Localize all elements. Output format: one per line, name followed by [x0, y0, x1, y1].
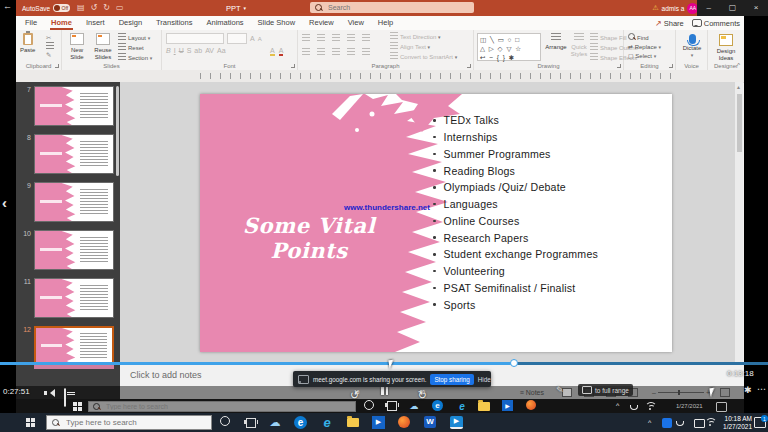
hide-button[interactable]: Hide	[478, 376, 491, 383]
slide-canvas[interactable]: Some Vital Points www.thundershare.net T…	[200, 94, 672, 352]
inner-taskbar-search[interactable]	[88, 401, 356, 412]
ribbon-tab[interactable]: File	[18, 16, 44, 30]
slide-thumbnail[interactable]	[34, 182, 114, 222]
comments-button[interactable]: Comments	[692, 19, 740, 28]
inner-cortana-icon[interactable]	[364, 400, 374, 410]
highlight-color-icon[interactable]: A	[270, 47, 275, 56]
line-spacing-icon[interactable]	[362, 34, 370, 41]
ribbon-tab[interactable]: Insert	[79, 16, 112, 30]
justify-icon[interactable]	[347, 48, 355, 55]
slide-title[interactable]: Some Vital Points	[204, 213, 414, 263]
vertical-scrollbar[interactable]: ▲	[735, 82, 743, 363]
align-left-icon[interactable]	[302, 48, 310, 55]
tray-chevron-icon[interactable]: ^	[648, 419, 651, 426]
align-right-icon[interactable]	[332, 48, 340, 55]
maximize-button[interactable]: ▢	[721, 0, 745, 16]
slide-bullet-item[interactable]: Student exchange Programmes	[433, 246, 663, 263]
player-back-icon[interactable]: ←	[3, 1, 12, 11]
copy-icon[interactable]	[46, 42, 56, 51]
slide-thumbnail[interactable]	[34, 278, 114, 318]
movies-tv-icon[interactable]: ▶	[372, 416, 385, 429]
slide-bullet-item[interactable]: Summer Programmes	[433, 146, 663, 163]
shrink-font-icon[interactable]: A	[258, 36, 262, 42]
inner-ie-icon[interactable]: e	[456, 400, 468, 412]
fit-slide-icon[interactable]	[720, 388, 730, 397]
edge-icon[interactable]: e	[294, 416, 307, 429]
display-tray-icon[interactable]	[694, 419, 705, 428]
slide-bullet-item[interactable]: Languages	[433, 196, 663, 213]
font-style-button[interactable]: I	[174, 47, 176, 54]
paste-button[interactable]: Paste	[20, 30, 35, 54]
slide-thumbnail[interactable]	[34, 134, 114, 174]
ribbon-tab[interactable]: View	[341, 16, 371, 30]
start-button[interactable]	[26, 418, 35, 427]
text-direction-button[interactable]: Text Direction ▾	[390, 32, 457, 42]
scrollbar-handle[interactable]	[737, 94, 742, 152]
inner-browser-icon[interactable]	[526, 400, 536, 410]
thumbnail-scrollbar[interactable]	[116, 86, 119, 176]
pause-button[interactable]	[381, 387, 388, 395]
slide-bullet-item[interactable]: Research Papers	[433, 229, 663, 246]
font-style-button[interactable]: AV	[205, 47, 214, 54]
stop-sharing-button[interactable]: Stop sharing	[430, 374, 473, 385]
numbering-icon[interactable]	[317, 34, 325, 41]
player-settings-icon[interactable]: ✱	[744, 385, 752, 395]
scroll-up-icon[interactable]: ▲	[736, 84, 741, 90]
autosave-pill[interactable]: Off	[53, 4, 70, 12]
ribbon-tab[interactable]: Design	[112, 16, 149, 30]
task-view-icon[interactable]	[244, 416, 258, 430]
decrease-indent-icon[interactable]	[332, 34, 340, 41]
ribbon-tab[interactable]: Home	[44, 16, 79, 30]
inner-task-view-icon[interactable]	[386, 400, 398, 412]
format-painter-icon[interactable]: ✎	[46, 51, 56, 59]
slide-bullet-item[interactable]: Reading Blogs	[433, 162, 663, 179]
inner-tray-chevron-icon[interactable]: ^	[616, 402, 619, 409]
player-playhead[interactable]	[510, 359, 518, 367]
font-style-button[interactable]: S	[187, 47, 192, 54]
ribbon-tab[interactable]: Help	[371, 16, 400, 30]
browser-ball-icon[interactable]	[398, 416, 410, 428]
ribbon-tab[interactable]: Transitions	[149, 16, 199, 30]
reuse-slides-button[interactable]: Reuse Slides	[90, 30, 116, 60]
shapes-gallery[interactable]: ◫ ╲ ▭ ○ □ △ ▷ ◇ ▽ ☆ ↩ ~ { } ✱	[477, 33, 541, 61]
slide-bullet-item[interactable]: Volunteering	[433, 263, 663, 280]
increase-indent-icon[interactable]	[347, 34, 355, 41]
search-input[interactable]	[326, 3, 450, 12]
taskbar-search-input[interactable]	[64, 417, 198, 428]
inner-start-button[interactable]	[73, 402, 82, 411]
autosave-toggle[interactable]: AutoSave Off	[22, 3, 70, 13]
search-box[interactable]	[310, 2, 474, 13]
undo-icon[interactable]: ↺	[91, 0, 98, 16]
slide-bullet-item[interactable]: Online Courses	[433, 213, 663, 230]
ribbon-tab[interactable]: Slide Show	[251, 16, 303, 30]
align-center-icon[interactable]	[317, 48, 325, 55]
inner-notification-icon[interactable]	[716, 402, 727, 412]
redo-icon[interactable]: ↻	[103, 0, 110, 16]
font-style-button[interactable]: Aa	[217, 47, 226, 54]
player-previous-icon[interactable]: ‹	[2, 194, 7, 211]
reset-button[interactable]: Reset	[118, 43, 152, 53]
zoom-out-icon[interactable]: –	[652, 389, 656, 396]
taskbar-search[interactable]	[46, 415, 212, 430]
font-name-box[interactable]	[166, 33, 224, 44]
watermark-link[interactable]: www.thundershare.net	[344, 203, 430, 212]
find-button[interactable]: Find	[628, 33, 661, 43]
section-button[interactable]: Section ▾	[118, 53, 152, 63]
weather-icon[interactable]: ☁	[268, 416, 282, 430]
slide-bullet-item[interactable]: TEDx Talks	[433, 112, 663, 129]
font-style-button[interactable]: B	[166, 47, 171, 54]
cut-icon[interactable]: ✂	[46, 34, 56, 42]
slide-bullet-item[interactable]: Olympiads /Quiz/ Debate	[433, 179, 663, 196]
smartart-button[interactable]: Convert to SmartArt ▾	[390, 52, 457, 62]
collapse-ribbon-icon[interactable]: ^	[737, 62, 740, 68]
inner-search-input[interactable]	[104, 402, 308, 411]
subtitles-icon[interactable]	[64, 389, 66, 407]
dictate-button[interactable]: Dictate ▾	[680, 31, 704, 58]
minimize-button[interactable]: –	[697, 0, 721, 16]
font-style-button[interactable]: U	[179, 47, 184, 54]
range-control[interactable]: to full range	[578, 384, 633, 396]
cortana-icon[interactable]	[220, 416, 230, 426]
arrange-button[interactable]: Arrange	[544, 30, 568, 51]
meet-tray-icon[interactable]	[662, 418, 672, 428]
media-player-icon[interactable]: ▶	[450, 416, 463, 429]
